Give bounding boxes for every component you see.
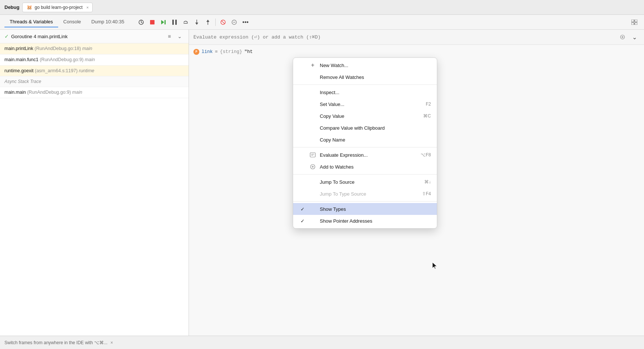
layout-button[interactable] — [629, 17, 640, 27]
goroutine-title: Goroutine 4 main.printLink — [11, 34, 163, 39]
step-into-button[interactable] — [192, 17, 202, 27]
toolbar-tabs: Threads & Variables Console Dump 10:40:3… — [4, 17, 129, 27]
menu-label-compare-value: Compare Value with Clipboard — [320, 125, 385, 131]
status-bar: Switch frames from anywhere in the IDE w… — [0, 336, 644, 349]
menu-separator-3 — [293, 174, 437, 174]
compare-icon — [309, 124, 316, 131]
menu-item-show-types[interactable]: ✓ Show Types — [293, 203, 437, 215]
menu-label-jump-source: Jump To Source — [320, 179, 355, 185]
evaluate-shortcut: ⌥F8 — [421, 152, 431, 157]
menu-item-inspect[interactable]: Inspect... — [293, 86, 437, 98]
resume-button[interactable] — [158, 17, 169, 27]
watch-bar: ⌄ — [189, 30, 644, 45]
stack-frame-2[interactable]: runtime.goexit (asm_arm64.s:1197) runtim… — [0, 66, 189, 77]
evaluate-icon — [309, 152, 316, 158]
svg-marker-11 — [206, 20, 209, 22]
set-value-icon — [309, 101, 316, 107]
menu-item-compare-value[interactable]: Compare Value with Clipboard — [293, 122, 437, 134]
menu-item-remove-watches[interactable]: Remove All Watches — [293, 71, 437, 83]
mute-breakpoints-button[interactable] — [218, 17, 228, 27]
menu-label-new-watch: New Watch... — [320, 63, 348, 68]
goroutine-check-icon: ✓ — [4, 33, 9, 39]
show-types-check: ✓ — [299, 206, 306, 212]
svg-marker-2 — [161, 20, 164, 24]
disable-breakpoints-button[interactable] — [229, 17, 239, 27]
menu-item-copy-value[interactable]: Copy Value ⌘C — [293, 110, 437, 122]
step-out-button[interactable] — [203, 17, 213, 27]
set-value-shortcut: F2 — [426, 102, 431, 107]
stack-frame-0[interactable]: main.printLink (RunAndDebug.go:18) main — [0, 43, 189, 54]
toolbar-right — [629, 17, 640, 27]
add-watch-icon — [309, 163, 316, 170]
menu-separator-1 — [293, 84, 437, 85]
menu-item-show-pointer-addresses[interactable]: ✓ Show Pointer Addresses — [293, 215, 437, 227]
stack-frame-4[interactable]: main.main (RunAndDebug.go:9) main — [0, 87, 189, 98]
tab-close-button[interactable]: × — [86, 5, 89, 10]
remove-watches-icon — [309, 74, 316, 80]
menu-item-set-value[interactable]: Set Value... F2 — [293, 98, 437, 110]
watch-actions: ⌄ — [617, 32, 640, 42]
menu-separator-2 — [293, 147, 437, 147]
menu-label-set-value: Set Value... — [320, 102, 344, 107]
svg-marker-9 — [195, 23, 198, 25]
svg-rect-23 — [310, 153, 315, 157]
menu-item-copy-name[interactable]: Copy Name — [293, 134, 437, 146]
stop-button[interactable] — [147, 17, 157, 27]
menu-label-inspect: Inspect... — [320, 90, 339, 95]
title-bar: Debug 🐹 go build learn-go-project × — [0, 0, 644, 15]
menu-label-jump-type-source: Jump To Type Source — [320, 191, 366, 197]
stack-list: main.printLink (RunAndDebug.go:18) main … — [0, 43, 189, 336]
inspect-icon — [309, 89, 316, 96]
toolbar-separator — [215, 19, 216, 26]
copy-value-shortcut: ⌘C — [423, 113, 431, 119]
watch-input[interactable] — [193, 34, 614, 40]
svg-rect-17 — [635, 20, 637, 22]
tab-label: go build learn-go-project — [34, 5, 82, 10]
show-types-icon — [309, 206, 316, 212]
menu-item-add-watch[interactable]: Add to Watches — [293, 161, 437, 173]
go-icon: 🐹 — [26, 4, 32, 10]
svg-line-13 — [222, 21, 225, 24]
context-menu: + New Watch... Remove All Watches Inspec… — [293, 57, 437, 229]
menu-item-jump-type-source: Jump To Type Source ⇧F4 — [293, 188, 437, 200]
build-tab[interactable]: 🐹 go build learn-go-project × — [22, 3, 93, 12]
menu-item-evaluate[interactable]: Evaluate Expression... ⌥F8 — [293, 149, 437, 161]
svg-rect-16 — [631, 20, 634, 22]
goroutine-expand-button[interactable]: ⌄ — [175, 32, 184, 41]
goroutine-actions: ≡ ⌄ — [165, 32, 184, 41]
status-close-button[interactable]: × — [110, 340, 113, 345]
show-pointer-icon — [309, 217, 316, 224]
menu-label-remove-watches: Remove All Watches — [320, 74, 364, 80]
tab-dump[interactable]: Dump 10:40:35 — [86, 17, 130, 27]
menu-separator-4 — [293, 201, 437, 202]
stack-frame-1[interactable]: main.main.func1 (RunAndDebug.go:9) main — [0, 54, 189, 66]
svg-rect-5 — [175, 20, 177, 25]
menu-item-new-watch[interactable]: + New Watch... — [293, 59, 437, 71]
svg-rect-1 — [150, 20, 155, 24]
menu-label-show-pointer-addresses: Show Pointer Addresses — [320, 218, 372, 224]
svg-rect-18 — [631, 23, 634, 25]
show-pointer-check: ✓ — [299, 218, 306, 224]
expand-watch-button[interactable]: ⌄ — [629, 32, 640, 42]
jump-source-shortcut: ⌘↓ — [424, 179, 431, 185]
pause-button[interactable] — [169, 17, 180, 27]
jump-source-icon — [309, 179, 316, 185]
tab-threads-variables[interactable]: Threads & Variables — [4, 17, 58, 27]
jump-type-source-shortcut: ⇧F4 — [422, 191, 431, 196]
left-panel: ✓ Goroutine 4 main.printLink ≡ ⌄ main.pr… — [0, 30, 189, 336]
goroutine-header: ✓ Goroutine 4 main.printLink ≡ ⌄ — [0, 30, 189, 43]
status-text: Switch frames from anywhere in the IDE w… — [4, 340, 107, 345]
menu-item-jump-source[interactable]: Jump To Source ⌘↓ — [293, 176, 437, 188]
add-watch-button[interactable] — [617, 32, 628, 42]
rerun-button[interactable] — [136, 17, 146, 27]
goroutine-menu-button[interactable]: ≡ — [165, 32, 174, 41]
more-button[interactable]: ••• — [240, 17, 250, 27]
svg-rect-4 — [172, 20, 174, 25]
step-over-button[interactable] — [180, 17, 191, 27]
debug-label: Debug — [4, 4, 19, 10]
variable-link[interactable]: P link = {string} "ht — [193, 48, 640, 56]
menu-label-copy-name: Copy Name — [320, 137, 345, 143]
toolbar: Threads & Variables Console Dump 10:40:3… — [0, 15, 644, 30]
plus-icon: + — [309, 62, 316, 69]
tab-console[interactable]: Console — [58, 17, 86, 27]
